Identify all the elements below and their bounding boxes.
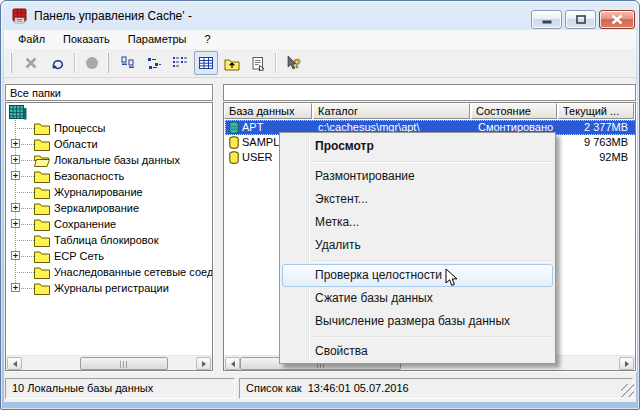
properties-button[interactable] [246, 51, 270, 75]
view-large-icons-button[interactable] [116, 51, 140, 75]
expand-button[interactable]: + [11, 155, 20, 164]
status-count: 10 Локальные базы данных [5, 378, 235, 399]
tree-item-2[interactable]: +Области [6, 136, 212, 152]
stop-button[interactable] [80, 51, 104, 75]
context-menu-item-6[interactable]: Удалить [282, 234, 553, 257]
window-title: Панель управления Cache' - [34, 9, 192, 23]
tree-item-10[interactable]: Унаследованные сетевые соед [6, 264, 212, 280]
toolbar-grip-handle[interactable] [107, 53, 111, 73]
expand-button[interactable]: + [11, 203, 20, 212]
properties-icon [250, 56, 266, 71]
status-timestamp: Список как 13:46:01 05.07.2016 [239, 378, 633, 399]
cell-size: 92MB [559, 150, 636, 165]
scrollbar-thumb[interactable] [80, 357, 168, 370]
view-details-button[interactable] [194, 51, 218, 75]
context-menu-item-4[interactable]: Экстент... [282, 188, 553, 211]
svg-text:?: ? [293, 57, 300, 71]
toolbar-grip-handle[interactable] [10, 53, 14, 73]
folder-closed-icon [34, 282, 50, 295]
tree-item-label: Локальные базы данных [54, 154, 180, 166]
expand-button[interactable]: + [11, 219, 20, 228]
up-one-level-button[interactable] [220, 51, 244, 75]
close-button[interactable] [599, 10, 635, 29]
cell-size: 9 763MB [559, 135, 636, 150]
server-cube-icon[interactable] [9, 105, 28, 120]
context-menu-item-12[interactable]: Свойства [282, 340, 553, 363]
cache-cube-icon [12, 8, 28, 24]
folder-closed-icon [34, 170, 50, 183]
context-menu-item-5[interactable]: Метка... [282, 211, 553, 234]
expand-button[interactable]: + [11, 139, 20, 148]
maximize-button[interactable] [565, 10, 596, 29]
tree-connector [15, 240, 34, 241]
tree-item-label: Безопасность [54, 170, 124, 182]
column-header-2[interactable]: Каталог [313, 103, 470, 119]
stop-icon [85, 56, 99, 70]
context-menu-item-10[interactable]: Вычисление размера базы данных [282, 310, 553, 333]
menu-bar: ФайлПоказатьПараметры? [4, 30, 636, 49]
tree-item-label: Области [54, 138, 98, 150]
tree-item-label: Таблица блокировок [54, 234, 159, 246]
tree-horizontal-scrollbar[interactable] [6, 355, 212, 370]
toolbar-separator [275, 53, 276, 73]
folders-tree-panel: Процессы+Области+Локальные базы данных+Б… [5, 102, 213, 371]
folder-closed-icon [34, 122, 50, 135]
context-menu-item-8[interactable]: Проверка целостности [282, 264, 553, 287]
context-menu-item-1[interactable]: Просмотр [282, 135, 553, 158]
refresh-button[interactable] [45, 51, 69, 75]
resize-grip[interactable] [621, 384, 634, 397]
menubar-item-1[interactable]: Файл [9, 31, 54, 48]
tree-item-label: Унаследованные сетевые соед [54, 266, 213, 278]
column-header-4[interactable]: Текущий ... [558, 103, 634, 119]
tree-item-label: Журналы регистрации [54, 282, 169, 294]
folders-caption: Все папки [5, 84, 213, 101]
tree-item-4[interactable]: +Безопасность [6, 168, 212, 184]
scroll-left-arrow[interactable] [7, 357, 22, 370]
context-menu-item-9[interactable]: Сжатие базы данных [282, 287, 553, 310]
menubar-item-2[interactable]: Показать [54, 31, 119, 48]
refresh-icon [50, 56, 65, 70]
delete-icon [24, 56, 38, 70]
help-button[interactable]: ? [281, 51, 305, 75]
column-header-3[interactable]: Состояние [471, 103, 557, 119]
minimize-button[interactable] [531, 10, 562, 29]
view-list-button[interactable] [168, 51, 192, 75]
tree-item-3-selected[interactable]: +Локальные базы данных [6, 152, 212, 168]
db-mounted-icon [228, 121, 240, 134]
menubar-item-4[interactable]: ? [195, 31, 219, 48]
expand-button[interactable]: + [11, 171, 20, 180]
list-header-row: База данныхКаталогСостояниеТекущий ... [224, 103, 635, 119]
expand-button[interactable]: + [11, 283, 20, 292]
view-large-icon [120, 55, 136, 71]
toolbar-separator [74, 53, 75, 73]
menu-separator [313, 336, 552, 337]
delete-button[interactable] [19, 51, 43, 75]
up-level-icon [224, 56, 240, 71]
mouse-cursor [445, 268, 458, 291]
tree-item-5[interactable]: Журналирование [6, 184, 212, 200]
tree-item-9[interactable]: +ECP Сеть [6, 248, 212, 264]
tree-item-label: Сохранение [54, 218, 116, 230]
tree-item-7[interactable]: +Сохранение [6, 216, 212, 232]
tree-item-1[interactable]: Процессы [6, 120, 212, 136]
context-menu-item-3[interactable]: Размонтирование [282, 165, 553, 188]
folder-closed-icon [34, 202, 50, 215]
folder-closed-icon [34, 218, 50, 231]
scroll-right-arrow[interactable] [619, 357, 634, 370]
view-small-icons-button[interactable] [142, 51, 166, 75]
expand-button[interactable]: + [11, 251, 20, 260]
tree-item-label: Зеркалирование [54, 202, 139, 214]
folder-closed-icon [34, 266, 50, 279]
tree-item-8[interactable]: Таблица блокировок [6, 232, 212, 248]
application-window: Панель управления Cache' - ФайлПоказатьП… [0, 0, 640, 410]
folder-closed-icon [34, 186, 50, 199]
tree-item-6[interactable]: +Зеркалирование [6, 200, 212, 216]
scroll-right-arrow[interactable] [196, 357, 211, 370]
view-list-icon [172, 55, 188, 71]
menubar-item-3[interactable]: Параметры [119, 31, 196, 48]
tree-item-11[interactable]: +Журналы регистрации [6, 280, 212, 296]
folder-closed-icon [34, 234, 50, 247]
scroll-left-arrow[interactable] [225, 357, 240, 370]
toolbar: ? [4, 49, 636, 78]
column-header-1[interactable]: База данных [224, 103, 312, 119]
